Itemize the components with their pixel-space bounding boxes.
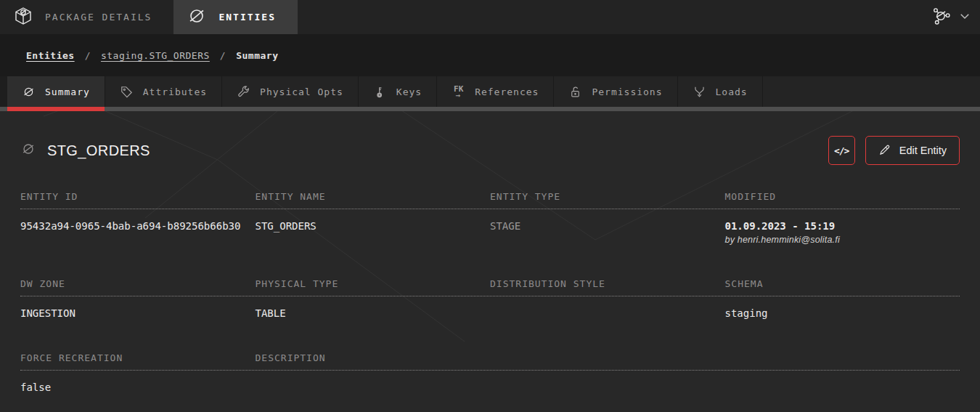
field-value-entity-id: 95432a94-0965-4bab-a694-b89256b66b30 [20, 220, 240, 232]
wrench-icon [237, 85, 250, 99]
field-label-empty [490, 352, 725, 363]
field-row-1: ENTITY ID ENTITY NAME ENTITY TYPE MODIFI… [20, 191, 960, 245]
merge-arrows-icon [693, 85, 706, 99]
field-label-dw-zone: DW ZONE [20, 278, 256, 289]
field-value-entity-name: STG_ORDERS [256, 220, 317, 232]
code-icon: </> [834, 145, 849, 156]
breadcrumb-entity-link[interactable]: staging.STG_ORDERS [101, 50, 210, 61]
field-value-entity-type: STAGE [490, 220, 520, 232]
tab-underline-track [0, 107, 980, 111]
tab-label: Keys [396, 86, 422, 97]
entity-circle-icon [20, 141, 36, 160]
tab-attributes[interactable]: Attributes [105, 76, 222, 107]
breadcrumb: Entities / staging.STG_ORDERS / Summary [0, 34, 980, 76]
network-graph-icon[interactable] [931, 6, 951, 29]
field-value-modified: 01.09.2023 - 15:19 [725, 220, 836, 232]
field-row-2: DW ZONE PHYSICAL TYPE DISTRIBUTION STYLE… [20, 278, 960, 319]
topbar-entities-label: ENTITIES [219, 12, 276, 23]
field-label-entity-type: ENTITY TYPE [490, 191, 725, 202]
top-app-bar: PACKAGE DETAILS ENTITIES [0, 0, 980, 34]
field-value-physical-type: TABLE [256, 307, 286, 319]
chevron-down-icon[interactable] [958, 9, 971, 25]
topbar-right-controls [931, 0, 980, 34]
field-label-entity-name: ENTITY NAME [256, 191, 491, 202]
topbar-package-details-label: PACKAGE DETAILS [45, 12, 152, 23]
breadcrumb-separator: / [85, 50, 91, 61]
field-value-force-recreation: false [20, 381, 51, 393]
page-title: STG_ORDERS [47, 142, 150, 159]
tab-label: Physical Opts [260, 86, 343, 97]
entity-tab-bar: Summary Attributes Physical Opts [0, 76, 980, 111]
tab-loads[interactable]: Loads [678, 76, 763, 107]
tab-label: Attributes [143, 86, 207, 97]
breadcrumb-entities-link[interactable]: Entities [26, 50, 75, 61]
field-label-entity-id: ENTITY ID [20, 191, 256, 202]
breadcrumb-separator: / [220, 50, 226, 61]
field-value-modified-by: by henri.hemminki@solita.fi [725, 235, 960, 245]
key-icon [373, 85, 387, 99]
unlock-icon [568, 85, 582, 99]
package-cube-icon [13, 6, 33, 28]
field-label-schema: SCHEMA [725, 278, 960, 289]
tag-icon [120, 85, 134, 99]
foreign-key-icon: FK → [452, 85, 465, 99]
field-label-physical-type: PHYSICAL TYPE [256, 278, 491, 289]
tab-references[interactable]: FK → References [437, 76, 554, 107]
view-code-button[interactable]: </> [828, 136, 855, 165]
field-label-distribution-style: DISTRIBUTION STYLE [490, 278, 725, 289]
entity-circle-icon [22, 85, 36, 99]
tab-physical-opts[interactable]: Physical Opts [222, 76, 359, 107]
field-label-description: DESCRIPTION [256, 352, 491, 363]
topbar-tab-entities[interactable]: ENTITIES [173, 0, 298, 34]
field-label-empty [725, 352, 960, 363]
field-value-dw-zone: INGESTION [20, 307, 75, 319]
tab-keys[interactable]: Keys [359, 76, 437, 107]
edit-entity-label: Edit Entity [899, 145, 947, 156]
tab-summary[interactable]: Summary [7, 76, 105, 107]
entity-circle-icon [187, 6, 207, 28]
field-label-modified: MODIFIED [725, 191, 960, 202]
field-row-3: FORCE RECREATION DESCRIPTION false [20, 352, 960, 393]
entity-summary-panel: STG_ORDERS </> Edit Entity ENTITY ID [0, 136, 980, 393]
tab-label: Summary [45, 86, 90, 97]
entity-header-row: STG_ORDERS </> Edit Entity [20, 136, 960, 165]
tab-bar-filler [763, 76, 980, 107]
tab-label: Permissions [592, 86, 662, 97]
tab-label: References [475, 86, 539, 97]
tab-permissions[interactable]: Permissions [554, 76, 677, 107]
pen-icon [878, 143, 891, 158]
breadcrumb-current-page: Summary [236, 50, 278, 61]
field-label-force-recreation: FORCE RECREATION [20, 352, 256, 363]
edit-entity-button[interactable]: Edit Entity [865, 136, 960, 165]
topbar-tab-package-details[interactable]: PACKAGE DETAILS [0, 0, 173, 34]
field-value-schema: staging [725, 307, 768, 319]
tab-label: Loads [716, 86, 748, 97]
